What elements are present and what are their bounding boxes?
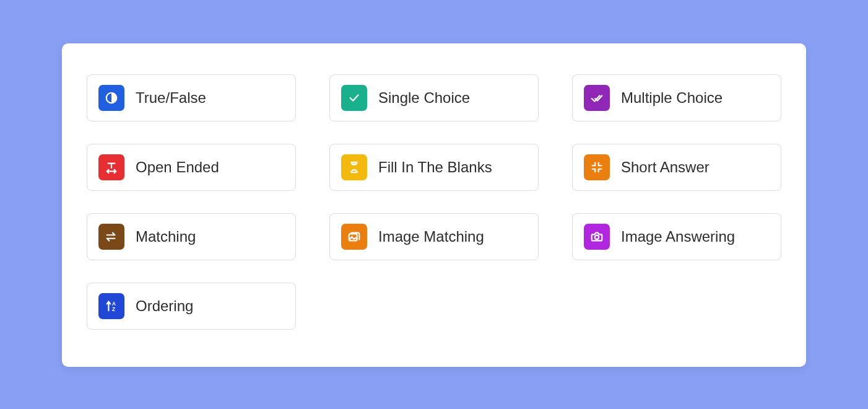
question-type-label: True/False — [136, 89, 206, 107]
hourglass-icon — [341, 154, 367, 180]
check-double-icon — [584, 85, 610, 111]
question-type-label: Fill In The Blanks — [378, 159, 492, 176]
text-width-icon — [98, 154, 124, 180]
question-type-true-false[interactable]: True/False — [87, 74, 296, 121]
question-type-fill-blanks[interactable]: Fill In The Blanks — [329, 144, 539, 191]
question-type-multiple-choice[interactable]: Multiple Choice — [572, 74, 781, 121]
question-type-label: Image Answering — [621, 228, 735, 245]
camera-icon — [584, 224, 610, 250]
question-type-panel: True/FalseSingle ChoiceMultiple ChoiceOp… — [62, 43, 806, 367]
question-type-matching[interactable]: Matching — [87, 213, 296, 260]
svg-point-3 — [595, 235, 599, 239]
svg-text:A: A — [112, 301, 116, 307]
question-type-label: Open Ended — [136, 159, 219, 176]
svg-text:Z: Z — [112, 307, 115, 312]
question-type-grid: True/FalseSingle ChoiceMultiple ChoiceOp… — [87, 74, 781, 330]
question-type-ordering[interactable]: AZOrdering — [87, 283, 296, 330]
sort-az-icon: AZ — [98, 293, 124, 319]
question-type-label: Single Choice — [378, 89, 470, 107]
question-type-open-ended[interactable]: Open Ended — [87, 144, 296, 191]
circle-half-icon — [98, 85, 124, 111]
question-type-label: Matching — [136, 228, 196, 245]
question-type-label: Multiple Choice — [621, 89, 723, 107]
question-type-label: Image Matching — [378, 228, 484, 245]
images-icon — [341, 224, 367, 250]
question-type-image-answering[interactable]: Image Answering — [572, 213, 781, 260]
swap-icon — [98, 224, 124, 250]
question-type-image-matching[interactable]: Image Matching — [329, 213, 539, 260]
question-type-label: Short Answer — [621, 159, 710, 176]
check-icon — [341, 85, 367, 111]
question-type-label: Ordering — [136, 297, 193, 315]
question-type-single-choice[interactable]: Single Choice — [329, 74, 539, 121]
compress-icon — [584, 154, 610, 180]
question-type-short-answer[interactable]: Short Answer — [572, 144, 781, 191]
